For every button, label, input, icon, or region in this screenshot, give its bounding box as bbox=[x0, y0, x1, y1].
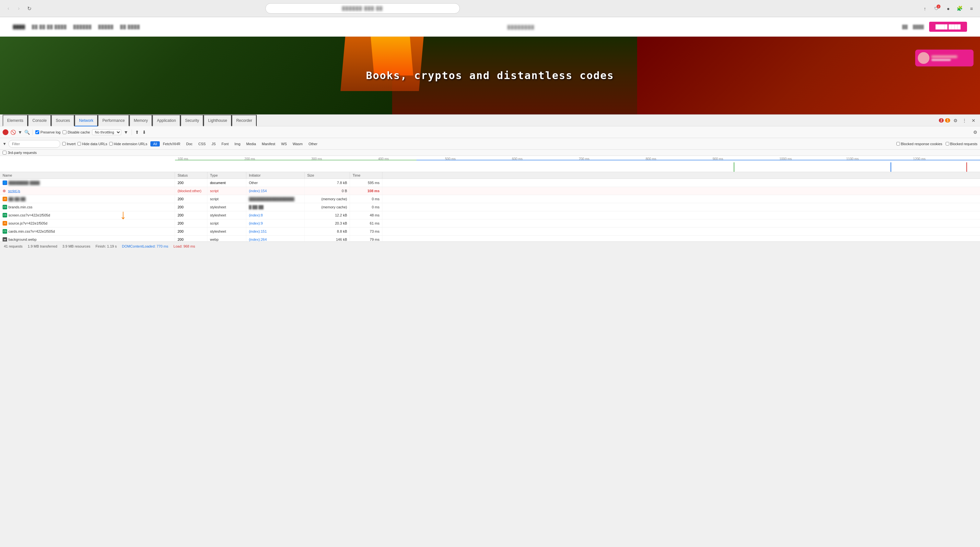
filter-type-css[interactable]: CSS bbox=[196, 141, 208, 146]
tab-network[interactable]: Network bbox=[75, 115, 98, 126]
devtools-settings-btn[interactable]: ⚙ bbox=[951, 117, 959, 124]
table-row[interactable]: JS ██ ██ ██ 200 script █████████████████… bbox=[0, 195, 980, 203]
devtools-more-btn[interactable]: ⋮ bbox=[961, 117, 968, 124]
disable-cache-label[interactable]: Disable cache bbox=[62, 130, 90, 134]
tab-lighthouse[interactable]: Lighthouse bbox=[204, 115, 232, 126]
filter-type-fetch[interactable]: Fetch/XHR bbox=[161, 141, 183, 146]
filter-type-ws[interactable]: WS bbox=[278, 141, 290, 146]
forward-button[interactable]: › bbox=[14, 4, 23, 13]
blocked-cookies-check[interactable]: Blocked response cookies bbox=[896, 142, 942, 146]
invert-check[interactable]: Invert bbox=[62, 142, 76, 146]
th-size[interactable]: Size bbox=[305, 172, 350, 178]
third-party-check[interactable]: 3rd-party requests bbox=[3, 151, 37, 154]
file-icon-script: JS bbox=[3, 197, 7, 201]
row-6-initiator-link[interactable]: (index):9 bbox=[249, 221, 263, 225]
th-initiator[interactable]: Initiator bbox=[246, 172, 305, 178]
row-2-name-link[interactable]: script.js bbox=[8, 188, 20, 194]
devtools-panel: Elements Console Sources Network Perform… bbox=[0, 114, 980, 251]
network-settings-btn[interactable]: ⚙ bbox=[973, 130, 977, 135]
blocked-requests-checkbox[interactable] bbox=[946, 142, 949, 146]
filter-type-all[interactable]: All bbox=[150, 141, 159, 146]
preserve-log-checkbox[interactable] bbox=[35, 130, 39, 134]
third-party-checkbox[interactable] bbox=[3, 151, 6, 154]
th-name[interactable]: Name bbox=[0, 172, 175, 178]
third-party-label: 3rd-party requests bbox=[8, 151, 37, 154]
search-button[interactable]: 🔍 bbox=[24, 130, 30, 135]
hide-data-check[interactable]: Hide data URLs bbox=[78, 142, 107, 146]
table-row[interactable]: CS cards.min.css?v=422e1f505d 200 styles… bbox=[0, 227, 980, 235]
blocked-cookies-label: Blocked response cookies bbox=[901, 142, 942, 146]
table-row[interactable]: 🌐 ████████ ████ 200 document Other 7.8 k… bbox=[0, 179, 980, 187]
load-line bbox=[891, 162, 891, 172]
th-status[interactable]: Status bbox=[175, 172, 207, 178]
row-7-time: 73 ms bbox=[350, 227, 382, 235]
row-3-time: 0 ms bbox=[350, 195, 382, 203]
tab-memory[interactable]: Memory bbox=[129, 115, 152, 126]
table-row[interactable]: CS brands.min.css 200 stylesheet █ ██ ██… bbox=[0, 203, 980, 211]
filter-type-wasm[interactable]: Wasm bbox=[290, 141, 305, 146]
record-button[interactable] bbox=[3, 129, 8, 135]
row-2-initiator-link[interactable]: (index):154 bbox=[249, 189, 267, 193]
row-5-initiator-link[interactable]: (index):8 bbox=[249, 213, 263, 217]
cta-button[interactable]: ████ ████ bbox=[929, 22, 967, 32]
tab-security[interactable]: Security bbox=[180, 115, 204, 126]
table-row[interactable]: CS screen.css?v=422e1f505d 200 styleshee… bbox=[0, 211, 980, 219]
filter-type-img[interactable]: Img bbox=[232, 141, 243, 146]
throttle-select[interactable]: No throttling bbox=[92, 129, 121, 135]
row-8-initiator-link[interactable]: (index):264 bbox=[249, 237, 267, 242]
reload-button[interactable]: ↻ bbox=[25, 4, 34, 13]
table-row[interactable]: ⊗ script.js (blocked:other) script (inde… bbox=[0, 187, 980, 195]
back-button[interactable]: ‹ bbox=[4, 4, 13, 13]
table-row[interactable]: ▬ background.webp 200 webp (index):264 1… bbox=[0, 235, 980, 242]
error-badge: 2 bbox=[939, 118, 944, 122]
filter-type-font[interactable]: Font bbox=[219, 141, 231, 146]
share-button[interactable]: ↑ bbox=[920, 4, 929, 13]
tab-performance[interactable]: Performance bbox=[98, 115, 129, 126]
tab-sources[interactable]: Sources bbox=[51, 115, 75, 126]
address-text: ██████ ███ ██ bbox=[270, 6, 456, 11]
address-bar[interactable]: ██████ ███ ██ bbox=[266, 3, 460, 14]
row-7-initiator-link[interactable]: (index):151 bbox=[249, 229, 267, 233]
row-8-name: ▬ background.webp bbox=[0, 235, 175, 242]
error-icon: ⊗ bbox=[3, 188, 6, 194]
throttle-dropdown[interactable]: ▼ bbox=[123, 129, 129, 135]
extensions-button[interactable]: 🧩 bbox=[955, 4, 964, 13]
export-har-btn[interactable]: ⬇ bbox=[142, 129, 147, 135]
th-type[interactable]: Type bbox=[207, 172, 246, 178]
invert-checkbox[interactable] bbox=[62, 142, 66, 146]
hide-ext-check[interactable]: Hide extension URLs bbox=[109, 142, 147, 146]
import-har-btn[interactable]: ⬆ bbox=[135, 129, 140, 135]
status-resources: 3.9 MB resources bbox=[62, 244, 91, 248]
devtools-close-btn[interactable]: ✕ bbox=[970, 117, 977, 124]
th-time[interactable]: Time bbox=[350, 172, 382, 178]
row-4-type: stylesheet bbox=[207, 203, 246, 211]
tab-console[interactable]: Console bbox=[28, 115, 51, 126]
filter-type-js[interactable]: JS bbox=[209, 141, 218, 146]
profile-button[interactable]: ● bbox=[944, 4, 953, 13]
tab-recorder[interactable]: Recorder bbox=[232, 115, 257, 126]
preserve-log-label[interactable]: Preserve log bbox=[35, 130, 60, 134]
filter-input[interactable] bbox=[8, 140, 60, 148]
tab-application[interactable]: Application bbox=[152, 115, 180, 126]
hide-ext-checkbox[interactable] bbox=[109, 142, 113, 146]
filter-type-media[interactable]: Media bbox=[244, 141, 259, 146]
toolbar-right: ↑ 🛡 2 ● 🧩 ≡ bbox=[920, 4, 976, 13]
filter-toggle-button[interactable]: ▼ bbox=[18, 130, 22, 135]
blocked-cookies-checkbox[interactable] bbox=[896, 142, 900, 146]
table-row[interactable]: JS source.js?v=422e1f505d 200 script (in… bbox=[0, 219, 980, 227]
logo-text: ████ bbox=[13, 25, 25, 29]
hide-data-checkbox[interactable] bbox=[78, 142, 81, 146]
row-4-name-text: brands.min.css bbox=[8, 204, 32, 210]
filter-type-doc[interactable]: Doc bbox=[183, 141, 195, 146]
disable-cache-checkbox[interactable] bbox=[62, 130, 67, 134]
row-7-type: stylesheet bbox=[207, 227, 246, 235]
row-5-time: 48 ms bbox=[350, 211, 382, 219]
blocked-requests-check[interactable]: Blocked requests bbox=[946, 142, 977, 146]
row-8-type: webp bbox=[207, 235, 246, 242]
filter-type-manifest[interactable]: Manifest bbox=[259, 141, 278, 146]
menu-button[interactable]: ≡ bbox=[967, 4, 976, 13]
clear-button[interactable]: 🚫 bbox=[10, 130, 16, 135]
extension-button[interactable]: 🛡 2 bbox=[932, 4, 941, 13]
filter-type-other[interactable]: Other bbox=[306, 141, 320, 146]
tab-elements[interactable]: Elements bbox=[3, 115, 28, 126]
